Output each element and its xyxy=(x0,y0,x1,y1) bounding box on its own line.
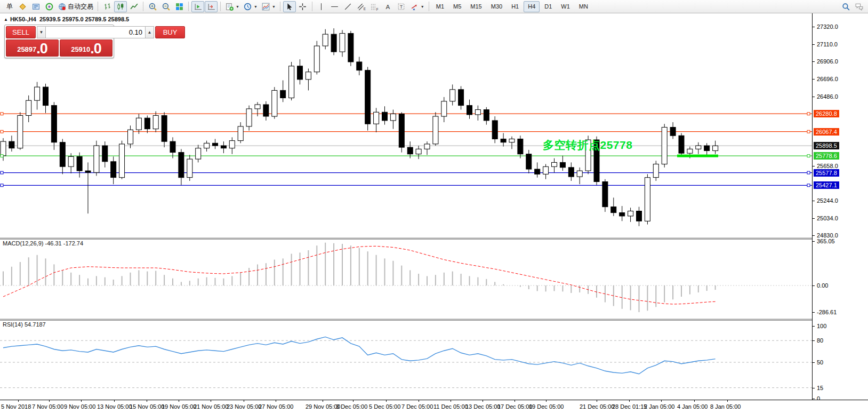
sell-price-pips: .0 xyxy=(36,42,47,55)
navigator-button[interactable] xyxy=(43,1,55,12)
volume-input[interactable] xyxy=(46,26,145,38)
crosshair-tool-button[interactable] xyxy=(296,1,309,12)
dropdown-arrow-icon: ▼ xyxy=(421,5,424,9)
toolbar-separator xyxy=(280,2,280,11)
cursor-tool-button[interactable] xyxy=(283,1,296,12)
green-trend-segment[interactable] xyxy=(677,155,718,157)
buy-price-button[interactable]: 25910.0 xyxy=(60,39,112,57)
timeframe-h4-button[interactable]: H4 xyxy=(524,1,540,12)
sell-button[interactable]: SELL xyxy=(6,26,36,38)
text-tool-button[interactable]: A xyxy=(382,1,395,12)
time-tick xyxy=(546,400,546,402)
line-handle[interactable] xyxy=(807,155,810,157)
autotrading-button-label: 自动交易 xyxy=(68,2,93,11)
chat-button[interactable] xyxy=(853,1,865,12)
time-tick xyxy=(276,400,276,402)
indicators-button[interactable]: ▼ xyxy=(260,1,277,12)
line-handle[interactable] xyxy=(807,113,810,115)
fibonacci-tool-button[interactable]: F xyxy=(368,1,381,12)
macd-tick-label: 365.05 xyxy=(817,237,835,245)
macd-indicator-label: MACD(12,26,9) -46.31 -172.74 xyxy=(3,240,83,247)
time-tick xyxy=(597,400,597,402)
zoom-in-button[interactable] xyxy=(146,1,159,12)
collapse-triangle-icon[interactable]: ▲ xyxy=(4,17,8,22)
trading-terminal-window: 单自动交易▼▼▼EFAT▼M1M5M15M30H1H4D1W1MN 27320.… xyxy=(0,0,868,413)
buy-button[interactable]: BUY xyxy=(155,26,185,38)
main-toolbar: 单自动交易▼▼▼EFAT▼M1M5M15M30H1H4D1W1MN xyxy=(0,0,868,13)
line-handle[interactable] xyxy=(1,113,3,115)
trendline-tool-button[interactable] xyxy=(342,1,355,12)
tile-windows-button[interactable] xyxy=(173,1,186,12)
sell-price-button[interactable]: 25897.0 xyxy=(6,39,59,57)
horizontal-line-tool-button[interactable] xyxy=(328,1,341,12)
search-button[interactable] xyxy=(839,1,852,12)
pivot-annotation-text: 多空转折点25778 xyxy=(543,138,632,153)
timeframe-m1-button[interactable]: M1 xyxy=(432,1,448,12)
line-handle[interactable] xyxy=(1,184,3,187)
line-handle[interactable] xyxy=(1,130,3,133)
time-tick-label: 29 Nov 05:00 xyxy=(306,403,340,410)
toolbar-separator xyxy=(98,2,98,11)
timeframe-m5-button[interactable]: M5 xyxy=(449,1,465,12)
time-tick-label: 27 Nov 05:00 xyxy=(259,403,293,410)
timeframe-m30-button[interactable]: M30 xyxy=(487,1,507,12)
timeframe-mn-button[interactable]: MN xyxy=(575,1,592,12)
market-watch-button[interactable] xyxy=(29,1,42,12)
arrow-objects-button[interactable]: ▼ xyxy=(408,1,426,12)
zoom-out-button[interactable] xyxy=(159,1,172,12)
chartShift-icon xyxy=(207,2,216,11)
equidistant-channel-tool-button[interactable]: E xyxy=(355,1,368,12)
price-tick xyxy=(813,201,815,201)
svg-text:T: T xyxy=(400,4,403,9)
orders-button[interactable]: 单 xyxy=(3,1,15,12)
macd-tick xyxy=(813,241,815,242)
new-order-button[interactable] xyxy=(16,1,29,12)
search-icon xyxy=(841,2,850,11)
timeframe-d1-button[interactable]: D1 xyxy=(540,1,556,12)
line-handle[interactable] xyxy=(807,184,810,187)
timeframe-w1-button[interactable]: W1 xyxy=(557,1,574,12)
new-chart-button[interactable]: ▼ xyxy=(223,1,241,12)
line-handle[interactable] xyxy=(1,171,3,174)
candlestick-chart-button[interactable] xyxy=(114,1,127,12)
rsi-line xyxy=(3,337,716,374)
auto-scroll-button[interactable] xyxy=(191,1,204,12)
volume-control: ▼ ▲ xyxy=(37,26,154,38)
text-label-tool-button[interactable]: T xyxy=(395,1,408,12)
toolbar-separator xyxy=(188,2,189,11)
price-tick-label: 26486.0 xyxy=(817,93,838,100)
price-line-label: 25577.8 xyxy=(814,169,839,177)
vertical-line-tool-button[interactable] xyxy=(315,1,328,12)
fibo-icon: F xyxy=(370,2,379,11)
time-tick-label: 21 Dec 05:00 xyxy=(580,403,614,410)
time-tick-label: 11 Dec 05:00 xyxy=(433,403,468,410)
time-tick xyxy=(353,400,353,402)
textA-icon: A xyxy=(383,2,392,11)
price-tick-label: 26696.0 xyxy=(817,75,838,83)
price-tick-label: 25658.0 xyxy=(817,162,838,170)
periods-button[interactable]: ▼ xyxy=(242,1,259,12)
time-tick-label: 3 Dec 05:00 xyxy=(336,403,367,410)
rsi-tick xyxy=(813,326,815,327)
autotrading-button[interactable]: 自动交易 xyxy=(56,1,95,12)
macd-tick-label: 0.00 xyxy=(817,282,828,289)
timeframe-m15-button[interactable]: M15 xyxy=(466,1,486,12)
timeframe-h1-button[interactable]: H1 xyxy=(507,1,523,12)
time-tick-label: 19 Nov 05:00 xyxy=(162,403,196,410)
price-chart-canvas[interactable] xyxy=(0,13,812,400)
volume-decrease-button[interactable]: ▼ xyxy=(37,26,46,38)
svg-text:F: F xyxy=(376,7,379,11)
time-tick xyxy=(81,400,82,402)
price-tick-label: 25244.0 xyxy=(817,197,838,204)
price-line-label: 26067.4 xyxy=(814,128,839,136)
price-tick-label: 27110.0 xyxy=(817,41,838,48)
toolbar-separator xyxy=(312,2,312,11)
line-handle[interactable] xyxy=(807,171,810,174)
rsi-tick xyxy=(813,340,815,341)
volume-increase-button[interactable]: ▲ xyxy=(145,26,154,38)
bar-chart-button[interactable] xyxy=(101,1,114,12)
chart-shift-button[interactable] xyxy=(205,1,218,12)
line-handle[interactable] xyxy=(807,130,810,133)
line-chart-button[interactable] xyxy=(127,1,140,12)
line-handle[interactable] xyxy=(1,155,3,157)
